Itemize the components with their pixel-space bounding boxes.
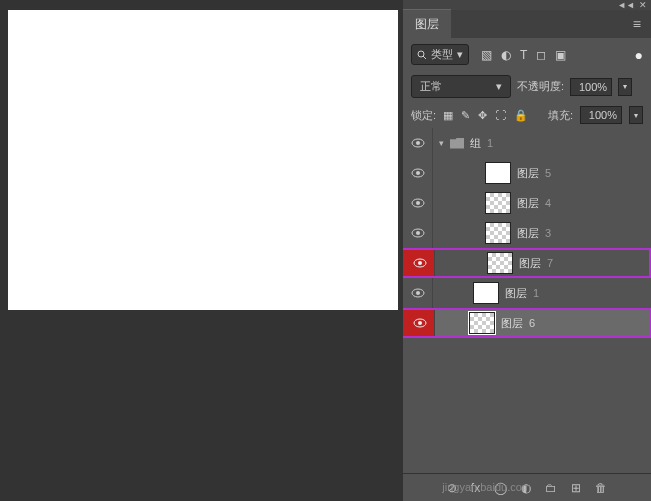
- lock-position-icon[interactable]: ✥: [478, 109, 487, 122]
- visibility-toggle[interactable]: [403, 128, 433, 158]
- visibility-toggle[interactable]: [403, 310, 435, 336]
- layer-num: 6: [529, 317, 535, 329]
- layer-row[interactable]: 图层7: [403, 248, 651, 278]
- lock-all-icon[interactable]: 🔒: [514, 109, 528, 122]
- watermark: jingyan.baidu.com: [442, 481, 531, 493]
- layers-panel: ◄◄ ✕ 图层 ≡ 类型 ▾ ▧ ◐ T ◻ ▣ ● 正常 ▾ 不透明度: 10…: [403, 0, 651, 501]
- blend-mode-label: 正常: [420, 79, 442, 94]
- layer-name: 图层: [501, 316, 523, 331]
- layer-name: 图层: [517, 226, 539, 241]
- svg-point-15: [418, 321, 422, 325]
- lock-icons: ▦ ✎ ✥ ⛶ 🔒: [443, 109, 528, 122]
- opacity-input[interactable]: 100%: [570, 78, 612, 96]
- layer-num: 3: [545, 227, 551, 239]
- filter-type-select[interactable]: 类型 ▾: [411, 44, 469, 65]
- twisty-icon[interactable]: ▾: [439, 138, 444, 148]
- layers-list: ▾ 组 1 图层5 图层4 图层3 图层7 图层1: [403, 128, 651, 473]
- lock-transparent-icon[interactable]: ▦: [443, 109, 453, 122]
- layer-thumb: [473, 282, 499, 304]
- opacity-label: 不透明度:: [517, 79, 564, 94]
- layer-num: 1: [533, 287, 539, 299]
- filter-icons: ▧ ◐ T ◻ ▣: [481, 48, 566, 62]
- lock-brush-icon[interactable]: ✎: [461, 109, 470, 122]
- layer-row[interactable]: 图层5: [403, 158, 651, 188]
- collapse-icon[interactable]: ◄◄: [617, 0, 635, 10]
- lock-artboard-icon[interactable]: ⛶: [495, 109, 506, 122]
- folder-icon: [450, 138, 464, 149]
- tab-layers[interactable]: 图层: [403, 9, 451, 39]
- blend-row: 正常 ▾ 不透明度: 100% ▾: [403, 71, 651, 102]
- layer-num: 4: [545, 197, 551, 209]
- visibility-toggle[interactable]: [403, 250, 435, 276]
- visibility-toggle[interactable]: [403, 218, 433, 248]
- layer-thumb: [485, 192, 511, 214]
- layer-name: 图层: [519, 256, 541, 271]
- layer-name: 图层: [517, 196, 539, 211]
- layer-name: 图层: [505, 286, 527, 301]
- filter-pixel-icon[interactable]: ▧: [481, 48, 492, 62]
- svg-line-1: [423, 56, 426, 59]
- svg-point-9: [416, 231, 420, 235]
- canvas[interactable]: [8, 10, 398, 310]
- svg-point-3: [416, 141, 420, 145]
- filter-row: 类型 ▾ ▧ ◐ T ◻ ▣ ●: [403, 38, 651, 71]
- layer-row[interactable]: 图层6: [403, 308, 651, 338]
- filter-smart-icon[interactable]: ▣: [555, 48, 566, 62]
- visibility-toggle[interactable]: [403, 188, 433, 218]
- panel-menu-icon[interactable]: ≡: [623, 16, 651, 32]
- group-suffix: 1: [487, 137, 493, 149]
- chevron-down-icon: ▾: [457, 48, 463, 61]
- chevron-down-icon: ▾: [496, 80, 502, 93]
- layer-num: 7: [547, 257, 553, 269]
- layer-thumb: [487, 252, 513, 274]
- group-icon[interactable]: 🗀: [545, 481, 557, 495]
- opacity-dropdown[interactable]: ▾: [618, 78, 632, 96]
- svg-point-7: [416, 201, 420, 205]
- layer-thumb: [485, 162, 511, 184]
- new-layer-icon[interactable]: ⊞: [571, 481, 581, 495]
- trash-icon[interactable]: 🗑: [595, 481, 607, 495]
- filter-type-icon[interactable]: T: [520, 48, 527, 62]
- fill-label: 填充:: [548, 108, 573, 123]
- svg-point-5: [416, 171, 420, 175]
- group-name: 组: [470, 136, 481, 151]
- layer-thumb: [469, 312, 495, 334]
- filter-type-label: 类型: [431, 47, 453, 62]
- layer-row[interactable]: 图层4: [403, 188, 651, 218]
- layer-row[interactable]: 图层3: [403, 218, 651, 248]
- layer-row[interactable]: 图层1: [403, 278, 651, 308]
- visibility-toggle[interactable]: [403, 278, 433, 308]
- layer-thumb: [485, 222, 511, 244]
- close-icon[interactable]: ✕: [639, 0, 647, 10]
- layer-num: 5: [545, 167, 551, 179]
- filter-adjust-icon[interactable]: ◐: [501, 48, 511, 62]
- lock-label: 锁定:: [411, 108, 436, 123]
- layer-name: 图层: [517, 166, 539, 181]
- fill-input[interactable]: 100%: [580, 106, 622, 124]
- fill-dropdown[interactable]: ▾: [629, 106, 643, 124]
- blend-mode-select[interactable]: 正常 ▾: [411, 75, 511, 98]
- filter-toggle-icon[interactable]: ●: [635, 47, 643, 63]
- visibility-toggle[interactable]: [403, 158, 433, 188]
- svg-point-11: [418, 261, 422, 265]
- panel-tab-bar: 图层 ≡: [403, 10, 651, 38]
- group-row[interactable]: ▾ 组 1: [403, 128, 651, 158]
- svg-point-13: [416, 291, 420, 295]
- lock-row: 锁定: ▦ ✎ ✥ ⛶ 🔒 填充: 100% ▾: [403, 102, 651, 128]
- filter-shape-icon[interactable]: ◻: [536, 48, 546, 62]
